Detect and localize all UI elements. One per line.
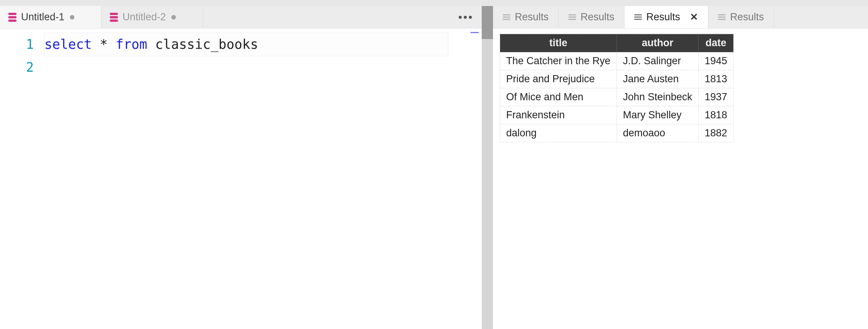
table-cell[interactable]: 1813 xyxy=(699,70,733,88)
table-header[interactable]: author xyxy=(617,34,699,52)
table-cell[interactable]: The Catcher in the Rye xyxy=(500,52,617,70)
code-lines[interactable]: select * from classic_books xyxy=(44,29,482,329)
editor-tabbar: Untitled-1 Untitled-2 ••• xyxy=(0,6,482,29)
table-row[interactable]: Of Mice and Men John Steinbeck 1937 xyxy=(500,88,733,106)
ellipsis-icon: ••• xyxy=(458,11,473,24)
pane-splitter[interactable] xyxy=(482,6,493,329)
results-tab[interactable]: Results xyxy=(708,6,774,28)
table-cell[interactable]: John Steinbeck xyxy=(617,88,699,106)
editor-tab-label: Untitled-2 xyxy=(122,11,166,23)
table-row[interactable]: Frankenstein Mary Shelley 1818 xyxy=(500,106,733,124)
table-header-row: title author date xyxy=(500,34,733,52)
close-icon[interactable]: ✕ xyxy=(690,11,698,23)
dirty-indicator-icon xyxy=(171,15,176,20)
editor-tab-label: Untitled-1 xyxy=(21,11,65,23)
line-number: 2 xyxy=(0,56,34,79)
table-cell[interactable]: demoaoo xyxy=(617,124,699,142)
table-cell[interactable]: Jane Austen xyxy=(617,70,699,88)
table-row[interactable]: Pride and Prejudice Jane Austen 1813 xyxy=(500,70,733,88)
scrollbar-thumb-icon[interactable] xyxy=(482,6,493,39)
table-cell[interactable]: Frankenstein xyxy=(500,106,617,124)
results-tab[interactable]: Results xyxy=(559,6,625,28)
keyword: select xyxy=(44,37,92,52)
editor-pane: Untitled-1 Untitled-2 ••• ▂▂▂▂ 1 2 selec… xyxy=(0,6,482,329)
table-cell[interactable]: Pride and Prejudice xyxy=(500,70,617,88)
table-cell[interactable]: 1818 xyxy=(699,106,733,124)
code-line[interactable]: select * from classic_books xyxy=(44,33,448,56)
table-cell[interactable]: dalong xyxy=(500,124,617,142)
table-cell[interactable]: 1882 xyxy=(699,124,733,142)
tab-overflow-button[interactable]: ••• xyxy=(450,6,482,28)
table-header[interactable]: date xyxy=(699,34,733,52)
results-body: title author date The Catcher in the Rye… xyxy=(493,29,868,329)
dirty-indicator-icon xyxy=(70,15,74,20)
list-icon xyxy=(718,14,726,20)
table-cell[interactable]: Mary Shelley xyxy=(617,106,699,124)
keyword: from xyxy=(116,37,147,52)
workspace: Untitled-1 Untitled-2 ••• ▂▂▂▂ 1 2 selec… xyxy=(0,6,868,329)
results-tab-label: Results xyxy=(515,11,549,23)
results-tab-active[interactable]: Results ✕ xyxy=(625,6,708,28)
code-editor[interactable]: ▂▂▂▂ 1 2 select * from classic_books xyxy=(0,29,482,329)
window-toolbar-strip xyxy=(0,0,868,6)
code-text: * xyxy=(92,37,115,52)
table-body: The Catcher in the Rye J.D. Salinger 194… xyxy=(500,52,733,142)
list-icon xyxy=(569,14,576,20)
results-tab-label: Results xyxy=(646,11,680,23)
results-pane: Results Results Results ✕ Results title xyxy=(493,6,868,329)
line-number-gutter: 1 2 xyxy=(0,29,44,329)
results-tab[interactable]: Results xyxy=(493,6,559,28)
table-cell[interactable]: 1945 xyxy=(699,52,733,70)
database-icon xyxy=(110,13,118,22)
editor-tab-untitled-2[interactable]: Untitled-2 xyxy=(101,6,203,28)
list-icon xyxy=(503,14,510,20)
table-row[interactable]: The Catcher in the Rye J.D. Salinger 194… xyxy=(500,52,733,70)
results-table: title author date The Catcher in the Rye… xyxy=(500,34,733,142)
table-cell[interactable]: J.D. Salinger xyxy=(617,52,699,70)
line-number: 1 xyxy=(0,33,34,56)
results-tab-label: Results xyxy=(730,11,764,23)
minimap-icon: ▂▂▂▂ xyxy=(470,29,479,33)
results-tabbar: Results Results Results ✕ Results xyxy=(493,6,868,29)
code-text: classic_books xyxy=(147,37,258,52)
table-cell[interactable]: 1937 xyxy=(699,88,733,106)
editor-tab-untitled-1[interactable]: Untitled-1 xyxy=(0,6,101,28)
results-tab-label: Results xyxy=(581,11,614,23)
table-header[interactable]: title xyxy=(500,34,617,52)
database-icon xyxy=(8,13,17,22)
table-row[interactable]: dalong demoaoo 1882 xyxy=(500,124,733,142)
list-icon xyxy=(634,14,642,20)
table-cell[interactable]: Of Mice and Men xyxy=(500,88,617,106)
